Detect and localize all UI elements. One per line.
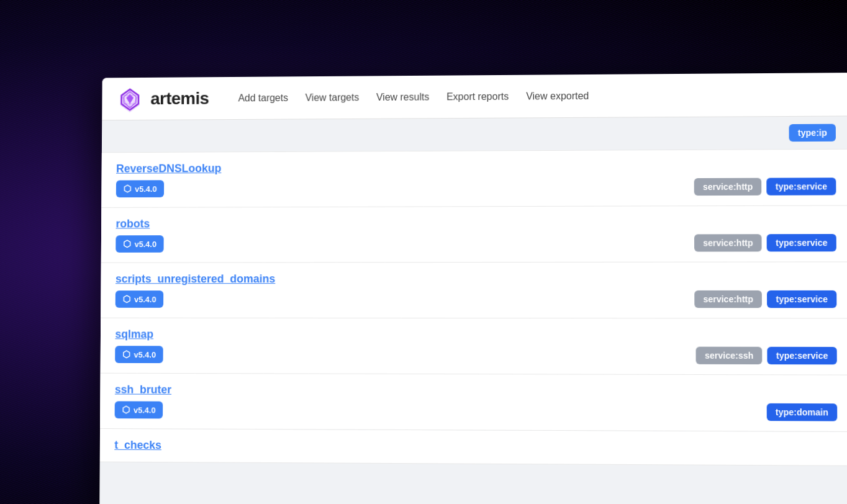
version-text: v5.4.0 (135, 184, 156, 194)
module-header: robots (116, 216, 836, 231)
nav-links: Add targets View targets View results Ex… (238, 89, 835, 104)
version-badge: ⬡v5.4.0 (116, 180, 165, 197)
tag-type-service[interactable]: type:service (768, 347, 837, 365)
module-row: sqlmap⬡v5.4.0service:sshtype:service (101, 318, 847, 376)
tag-service-http[interactable]: service:http (694, 178, 762, 196)
module-footer: ⬡v5.4.0service:httptype:service (116, 178, 836, 197)
module-footer: ⬡v5.4.0type:domain (115, 401, 838, 421)
partial-row: t_checks (100, 429, 847, 466)
module-tags: service:httptype:service (694, 290, 836, 308)
module-footer: ⬡v5.4.0service:httptype:service (116, 290, 837, 308)
top-tag-row: type:ip (102, 116, 847, 153)
logo-area: artemis (117, 85, 209, 112)
tag-type-domain[interactable]: type:domain (766, 403, 837, 421)
module-tags: service:httptype:service (694, 234, 836, 252)
box-icon: ⬡ (123, 238, 131, 250)
module-tags: service:httptype:service (694, 178, 836, 196)
tag-type-service[interactable]: type:service (767, 290, 836, 308)
module-header: sqlmap (115, 328, 836, 341)
version-text: v5.4.0 (134, 350, 156, 359)
module-row: ssh_bruter⬡v5.4.0type:domain (100, 374, 847, 432)
module-tags: service:sshtype:service (696, 347, 837, 365)
module-tags: type:domain (766, 403, 837, 421)
nav-view-targets[interactable]: View targets (306, 92, 360, 103)
nav-add-targets[interactable]: Add targets (238, 92, 288, 104)
app-card: artemis Add targets View targets View re… (99, 73, 847, 504)
version-text: v5.4.0 (135, 240, 156, 249)
box-icon: ⬡ (124, 183, 132, 194)
content-area: type:ip ReverseDNSLookup⬡v5.4.0service:h… (99, 116, 847, 504)
module-row: ReverseDNSLookup⬡v5.4.0service:httptype:… (101, 150, 847, 208)
version-text: v5.4.0 (134, 405, 156, 415)
module-name[interactable]: robots (116, 218, 150, 231)
module-footer: ⬡v5.4.0service:sshtype:service (115, 346, 837, 364)
nav-view-results[interactable]: View results (376, 91, 429, 102)
box-icon: ⬡ (122, 404, 130, 415)
module-header: scripts_unregistered_domains (116, 272, 836, 286)
app-header: artemis Add targets View targets View re… (102, 73, 847, 120)
logo-text: artemis (150, 88, 209, 108)
tag-service-http[interactable]: service:http (694, 290, 762, 308)
version-badge: ⬡v5.4.0 (115, 401, 163, 418)
tag-service-ssh[interactable]: service:ssh (696, 347, 763, 364)
module-header: ReverseDNSLookup (116, 160, 836, 176)
tag-type-ip[interactable]: type:ip (789, 124, 836, 142)
module-name[interactable]: ReverseDNSLookup (116, 162, 221, 175)
tag-service-http[interactable]: service:http (694, 234, 762, 251)
nav-export-reports[interactable]: Export reports (446, 91, 509, 102)
version-text: v5.4.0 (134, 295, 156, 304)
partial-module-name[interactable]: t_checks (114, 439, 161, 451)
tag-type-service[interactable]: type:service (767, 234, 836, 251)
module-footer: ⬡v5.4.0service:httptype:service (116, 234, 836, 253)
nav-view-exported[interactable]: View exported (526, 90, 589, 102)
tag-type-service[interactable]: type:service (767, 178, 836, 196)
module-header: ssh_bruter (115, 384, 837, 398)
box-icon: ⬡ (122, 349, 130, 360)
logo-icon (117, 85, 143, 112)
module-name[interactable]: sqlmap (115, 328, 153, 341)
module-row: scripts_unregistered_domains⬡v5.4.0servi… (101, 262, 847, 318)
box-icon: ⬡ (122, 294, 130, 305)
module-name[interactable]: ssh_bruter (115, 384, 171, 397)
version-badge: ⬡v5.4.0 (115, 346, 163, 363)
version-badge: ⬡v5.4.0 (116, 290, 164, 308)
module-list: ReverseDNSLookup⬡v5.4.0service:httptype:… (100, 150, 847, 432)
version-badge: ⬡v5.4.0 (116, 235, 164, 253)
module-row: robots⬡v5.4.0service:httptype:service (101, 205, 847, 263)
module-name[interactable]: scripts_unregistered_domains (116, 272, 275, 286)
